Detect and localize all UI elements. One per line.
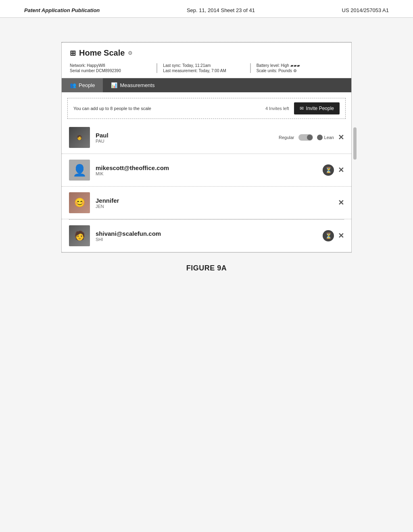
avatar: 😊 — [69, 192, 90, 213]
person-info: Jennifer JEN — [96, 197, 332, 209]
invite-btn-label: Invite People — [306, 106, 334, 111]
app-title-text: Home Scale — [79, 48, 125, 58]
patent-number: US 2014/257053 A1 — [342, 7, 389, 13]
person-short: SHI — [96, 237, 317, 242]
person-info: Paul PAU — [96, 132, 273, 143]
publication-label: Patent Application Publication — [24, 7, 100, 13]
avatar: 👤 — [69, 160, 90, 181]
invite-right: 4 Invites left ✉ Invite People — [265, 102, 340, 114]
remove-button[interactable]: ✕ — [338, 199, 344, 206]
app-header: ⊞ Home Scale ⚙ — [62, 43, 351, 61]
person-name: Paul — [96, 132, 273, 139]
avatar: 🧑 — [69, 127, 90, 148]
person-row: 👤 mikescott@theoffice.com MIK ⏳ ✕ — [62, 154, 351, 187]
people-tab-icon: 👥 — [70, 82, 76, 88]
remove-button[interactable]: ✕ — [338, 232, 344, 239]
last-measurement-label: Last measurement: Today, 7:00 AM — [163, 69, 246, 73]
measurements-tab-icon: 📊 — [111, 82, 117, 88]
mode-toggle[interactable] — [298, 134, 313, 141]
pending-icon: ⏳ — [323, 230, 334, 241]
remove-button[interactable]: ✕ — [338, 166, 344, 174]
scroll-indicator[interactable] — [353, 127, 357, 160]
people-tab-label: People — [79, 82, 95, 88]
person-name: shivani@scalefun.com — [96, 230, 317, 237]
measurements-tab-label: Measurements — [120, 82, 154, 88]
pending-icon: ⏳ — [323, 164, 334, 176]
patent-header: Patent Application Publication Sep. 11, … — [0, 0, 413, 18]
battery-label: Battery level: High ▰▰▰ — [257, 63, 339, 68]
person-actions: Regular Lean ✕ — [279, 134, 344, 141]
person-name: Jennifer — [96, 197, 332, 204]
last-sync-label: Last sync: Today, 11:21am — [163, 63, 246, 68]
invites-left-count: 4 Invites left — [265, 106, 289, 111]
person-info: mikescott@theoffice.com MIK — [96, 164, 317, 176]
info-row: Network: HappyWifi Serial number DCM8992… — [62, 61, 351, 78]
person-actions: ⏳ ✕ — [323, 164, 344, 176]
person-row: 🧑 shivani@scalefun.com SHI ⏳ ✕ — [62, 220, 351, 252]
tab-people[interactable]: 👥 People — [62, 78, 103, 92]
mode-lean-label: Lean — [317, 135, 334, 140]
scale-units-label: Scale units: Pounds ⚙ — [257, 69, 339, 73]
person-row: 😊 Jennifer JEN ✕ — [62, 187, 351, 219]
figure-label: FIGURE 9A — [186, 264, 227, 272]
mode-regular-label: Regular — [279, 135, 294, 140]
figure-wrapper: ⊞ Home Scale ⚙ Network: HappyWifi Serial… — [61, 34, 352, 253]
person-row: 🧑 Paul PAU Regular Lean ✕ — [62, 121, 351, 154]
remove-button[interactable]: ✕ — [338, 134, 344, 141]
person-short: MIK — [96, 171, 317, 176]
tabs-bar: 👥 People 📊 Measurements — [62, 78, 351, 92]
settings-icon[interactable]: ⚙ — [128, 50, 133, 56]
info-col-2: Last sync: Today, 11:21am Last measureme… — [156, 63, 250, 73]
serial-label: Serial number DCM8992390 — [70, 69, 152, 73]
invite-btn-icon: ✉ — [300, 106, 304, 111]
person-name: mikescott@theoffice.com — [96, 164, 317, 171]
person-short: PAU — [96, 139, 273, 143]
invite-banner-text: You can add up to 8 people to the scale — [73, 106, 151, 111]
scale-icon: ⊞ — [70, 49, 76, 58]
tab-measurements[interactable]: 📊 Measurements — [103, 78, 163, 92]
app-title: ⊞ Home Scale ⚙ — [70, 48, 343, 58]
figure-container: ⊞ Home Scale ⚙ Network: HappyWifi Serial… — [61, 42, 352, 253]
person-actions: ✕ — [338, 199, 344, 206]
info-col-3: Battery level: High ▰▰▰ Scale units: Pou… — [250, 63, 343, 73]
person-info: shivani@scalefun.com SHI — [96, 230, 317, 242]
lean-dot-icon — [317, 135, 323, 140]
person-actions: ⏳ ✕ — [323, 230, 344, 241]
network-label: Network: HappyWifi — [70, 63, 152, 68]
page-content: ⊞ Home Scale ⚙ Network: HappyWifi Serial… — [0, 18, 413, 297]
avatar: 🧑 — [69, 225, 90, 246]
invite-banner: You can add up to 8 people to the scale … — [67, 98, 346, 119]
info-col-1: Network: HappyWifi Serial number DCM8992… — [70, 63, 156, 73]
person-short: JEN — [96, 204, 332, 209]
sheet-info: Sep. 11, 2014 Sheet 23 of 41 — [187, 7, 255, 13]
invite-people-button[interactable]: ✉ Invite People — [294, 102, 340, 114]
